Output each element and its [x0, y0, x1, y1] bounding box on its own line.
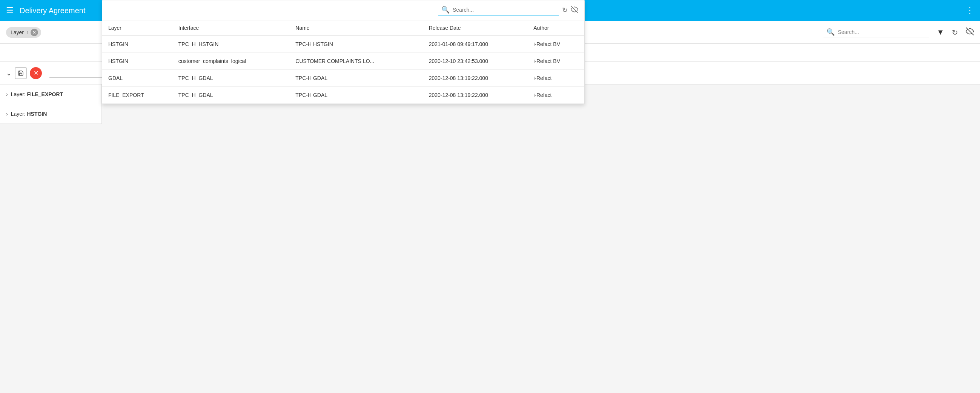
table-cell-layer: HSTGIN [102, 53, 172, 70]
hide-columns-icon[interactable] [966, 27, 974, 37]
list-item-label: Layer: HSTGIN [11, 111, 47, 117]
edit-row-actions: ⌄ ✕ [6, 67, 42, 79]
history-icon[interactable]: ↻ [952, 28, 958, 37]
table-cell-layer: HSTGIN [102, 36, 172, 53]
expand-icon[interactable]: ⌄ [6, 69, 12, 77]
col-interface: Interface [172, 21, 290, 36]
table-cell-interface: customer_complaints_logical [172, 53, 290, 70]
table-cell-name: TPC-H GDAL [290, 87, 423, 104]
table-cell-release_date: 2020-12-08 13:19:22.000 [423, 70, 528, 87]
table-cell-release_date: 2020-12-08 13:19:22.000 [423, 87, 528, 104]
table-cell-interface: TPC_H_HSTGIN [172, 36, 290, 53]
col-author: Author [527, 21, 584, 36]
filter-chip-label: Layer [11, 29, 24, 35]
table-cell-author: i-Refact [527, 87, 584, 104]
col-layer: Layer [102, 21, 172, 36]
table-cell-layer: GDAL [102, 70, 172, 87]
menu-icon[interactable]: ☰ [6, 6, 14, 16]
dropdown-hide-icon[interactable] [571, 6, 578, 15]
cancel-button[interactable]: ✕ [30, 67, 42, 79]
table-cell-name: CUSTOMER COMPLAINTS LO... [290, 53, 423, 70]
content-area: ⌄ ✕ [0, 62, 980, 124]
dropdown-panel: 🔍 ↻ Layer Interface Na [102, 0, 585, 104]
filter-chip-arrow-icon: ↑ [26, 30, 28, 35]
search-container: 🔍 [824, 27, 929, 37]
dropdown-search-icon: 🔍 [441, 6, 450, 14]
table-cell-layer: FILE_EXPORT [102, 87, 172, 104]
dropdown-table-header-row: Layer Interface Name Release Date Author [102, 21, 584, 36]
table-cell-interface: TPC_H_GDAL [172, 87, 290, 104]
search-input[interactable] [838, 29, 926, 35]
table-cell-interface: TPC_H_GDAL [172, 70, 290, 87]
table-cell-release_date: 2021-01-08 09:49:17.000 [423, 36, 528, 53]
dropdown-search-row: 🔍 ↻ [102, 0, 584, 21]
list-item[interactable]: › Layer: HSTGIN [0, 104, 102, 124]
dropdown-search-container: 🔍 [438, 5, 559, 16]
table-cell-name: TPC-H HSTGIN [290, 36, 423, 53]
table-row[interactable]: HSTGINcustomer_complaints_logicalCUSTOME… [102, 53, 584, 70]
dropdown-table: Layer Interface Name Release Date Author… [102, 21, 584, 104]
list-item-label: Layer: FILE_EXPORT [11, 91, 64, 97]
list-panel: › Layer: FILE_EXPORT › Layer: HSTGIN [0, 84, 102, 124]
table-cell-name: TPC-H GDAL [290, 70, 423, 87]
table-cell-author: i-Refact BV [527, 53, 584, 70]
search-icon: 🔍 [826, 28, 835, 36]
table-cell-author: i-Refact [527, 70, 584, 87]
table-cell-release_date: 2020-12-10 23:42:53.000 [423, 53, 528, 70]
table-row[interactable]: HSTGINTPC_H_HSTGINTPC-H HSTGIN2021-01-08… [102, 36, 584, 53]
save-button[interactable] [15, 67, 27, 79]
expand-icon: › [6, 91, 8, 97]
dropdown-history-icon[interactable]: ↻ [562, 6, 568, 14]
rows-container: › Layer: FILE_EXPORT › Layer: HSTGIN 🔍 ↻ [0, 84, 980, 124]
col-name: Name [290, 21, 423, 36]
filter-chip-close-button[interactable]: ✕ [30, 29, 38, 36]
layer-filter-chip[interactable]: Layer ↑ ✕ [6, 27, 41, 38]
expand-icon: › [6, 111, 8, 117]
table-row[interactable]: FILE_EXPORTTPC_H_GDALTPC-H GDAL2020-12-0… [102, 87, 584, 104]
app-title: Delivery Agreement [20, 6, 86, 15]
table-cell-author: i-Refact BV [527, 36, 584, 53]
dropdown-search-input[interactable] [453, 7, 556, 13]
table-row[interactable]: GDALTPC_H_GDALTPC-H GDAL2020-12-08 13:19… [102, 70, 584, 87]
filter-icon[interactable]: ▼ [937, 28, 944, 37]
more-options-icon[interactable]: ⋮ [966, 6, 974, 16]
col-release-date: Release Date [423, 21, 528, 36]
col-header-default: Defaul... [517, 50, 980, 56]
list-item[interactable]: › Layer: FILE_EXPORT [0, 84, 102, 104]
